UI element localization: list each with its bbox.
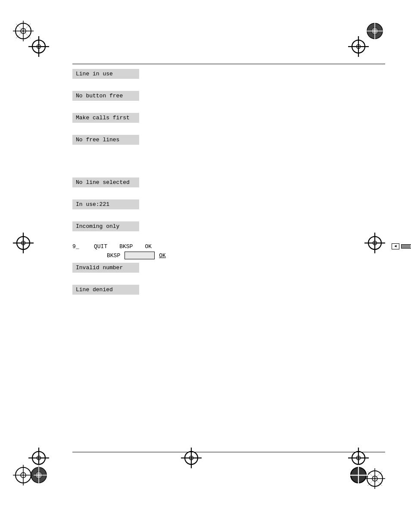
status-line-in-use: Line in use bbox=[72, 69, 339, 79]
in-use-221-box: In use:221 bbox=[72, 199, 139, 209]
make-calls-first-box: Make calls first bbox=[72, 113, 139, 123]
reg-mark-bl-far-outer bbox=[13, 465, 34, 485]
volume-control: ◄ ► bbox=[392, 243, 411, 249]
dial-buttons-row: QUIT BKSP OK bbox=[94, 243, 152, 250]
vol-bar-fill bbox=[402, 245, 411, 248]
bksp-input-field[interactable] bbox=[125, 252, 155, 259]
status-invalid-number: Invalid number bbox=[72, 263, 339, 273]
bottom-rule bbox=[72, 452, 385, 452]
status-no-free-lines: No free lines bbox=[72, 135, 339, 145]
status-in-use-221: In use:221 bbox=[72, 199, 339, 209]
dial-input-display: 9_ bbox=[72, 243, 85, 250]
top-rule bbox=[72, 64, 385, 64]
reg-mark-bc-inner bbox=[181, 448, 202, 468]
dial-row-main: 9_ QUIT BKSP OK ◄ ► bbox=[72, 243, 339, 250]
bksp-button[interactable]: BKSP bbox=[119, 243, 133, 250]
dial-row-secondary: BKSP OK bbox=[72, 252, 339, 259]
ok2-label[interactable]: OK bbox=[159, 252, 166, 259]
vol-left-icon[interactable]: ◄ bbox=[392, 243, 399, 249]
no-free-lines-box: No free lines bbox=[72, 135, 139, 145]
invalid-number-box: Invalid number bbox=[72, 263, 139, 273]
status-make-calls-first: Make calls first bbox=[72, 113, 339, 123]
main-content: Line in use No button free Make calls fi… bbox=[72, 69, 339, 307]
status-no-line-selected: No line selected bbox=[72, 177, 339, 187]
quit-button[interactable]: QUIT bbox=[94, 243, 107, 250]
reg-mark-tl-inner bbox=[28, 36, 49, 57]
reg-mark-right-mid bbox=[364, 233, 385, 253]
no-button-free-box: No button free bbox=[72, 91, 139, 101]
status-no-button-free: No button free bbox=[72, 91, 339, 101]
line-in-use-box: Line in use bbox=[72, 69, 139, 79]
reg-mark-tr-inner bbox=[348, 36, 369, 57]
status-line-denied: Line denied bbox=[72, 285, 339, 295]
status-incoming-only: Incoming only bbox=[72, 221, 339, 231]
reg-mark-left-mid bbox=[13, 233, 34, 253]
ok-button[interactable]: OK bbox=[145, 243, 152, 250]
incoming-only-box: Incoming only bbox=[72, 221, 139, 231]
vol-bar bbox=[401, 244, 411, 249]
no-line-selected-box: No line selected bbox=[72, 177, 139, 187]
line-denied-box: Line denied bbox=[72, 285, 139, 295]
dial-section: 9_ QUIT BKSP OK ◄ ► BKSP OK bbox=[72, 243, 339, 259]
bksp2-label[interactable]: BKSP bbox=[107, 252, 120, 259]
reg-mark-br-solid bbox=[348, 465, 369, 485]
